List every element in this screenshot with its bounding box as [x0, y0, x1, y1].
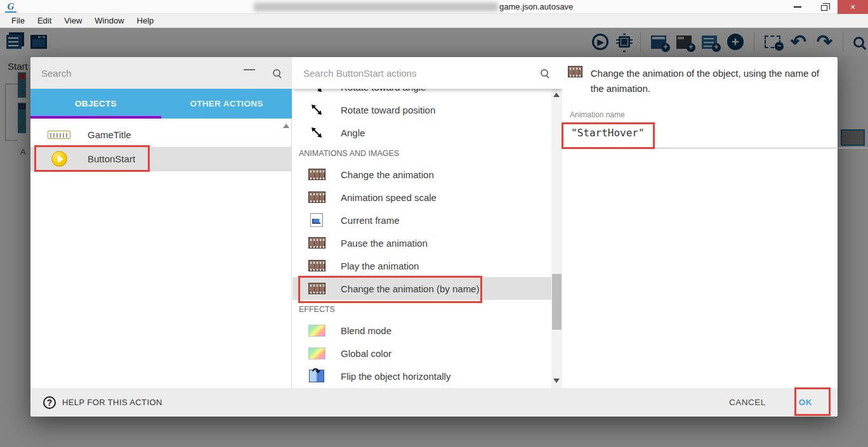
- action-editor-dialog: OBJECTS OTHER ACTIONS GameTitleButtonSta…: [30, 57, 838, 417]
- title-bar: G game.json.autosave ×: [0, 0, 868, 14]
- film-icon: [293, 237, 341, 249]
- action-label: Blend mode: [341, 325, 391, 336]
- window-controls: ×: [784, 0, 868, 14]
- minimize-icon: [794, 6, 801, 8]
- object-row-gametitle[interactable]: GameTitle: [30, 123, 292, 147]
- objects-scroll-up-arrow[interactable]: [283, 124, 289, 128]
- object-row-buttonstart[interactable]: ButtonStart: [30, 147, 292, 171]
- cancel-button[interactable]: CANCEL: [729, 398, 766, 407]
- blurred-title-path: [254, 3, 498, 11]
- scrollbar-thumb[interactable]: [552, 274, 562, 330]
- search-icon[interactable]: [541, 69, 548, 77]
- action-row[interactable]: Play the animation: [293, 254, 551, 277]
- action-row[interactable]: Animation speed scale: [293, 186, 551, 209]
- object-label: GameTitle: [88, 129, 131, 140]
- dialog-footer: ? HELP FOR THIS ACTION CANCEL OK: [30, 388, 838, 417]
- objects-list: GameTitleButtonStart: [30, 123, 292, 171]
- objects-search-input[interactable]: [30, 68, 244, 79]
- film-icon: [293, 169, 341, 180]
- action-label: Change the animation (by name): [341, 283, 479, 294]
- action-label: Current frame: [341, 215, 400, 226]
- action-label: Pause the animation: [341, 238, 428, 249]
- object-label: ButtonStart: [88, 153, 135, 164]
- window-title: game.json.autosave: [499, 2, 573, 11]
- animation-name-value[interactable]: "StartHover": [571, 127, 645, 139]
- play-button-thumbnail-icon: [30, 151, 88, 167]
- actions-search-bar: [293, 57, 562, 89]
- close-icon: ×: [850, 2, 855, 12]
- action-row[interactable]: Rotate toward position: [293, 98, 551, 121]
- menu-view[interactable]: View: [58, 15, 88, 27]
- menu-edit[interactable]: Edit: [31, 15, 58, 27]
- action-label: Global color: [341, 348, 391, 359]
- actions-panel: Rotate toward angleRotate toward positio…: [293, 57, 562, 388]
- action-label: Angle: [341, 127, 365, 138]
- film-icon: [293, 260, 341, 271]
- action-row[interactable]: Pause the animation: [293, 231, 551, 254]
- scroll-up-arrow[interactable]: [553, 93, 560, 97]
- section-header: EFFECTS: [293, 300, 551, 319]
- help-button[interactable]: ? HELP FOR THIS ACTION: [30, 396, 162, 409]
- gdevelop-logo-icon: G: [5, 1, 16, 13]
- ok-button[interactable]: OK: [791, 398, 820, 407]
- tab-objects[interactable]: OBJECTS: [30, 89, 161, 119]
- film-icon: [293, 191, 341, 203]
- objects-search-bar: [30, 57, 292, 89]
- action-label: Rotate toward position: [341, 105, 435, 115]
- filmstrip-icon: [568, 66, 582, 77]
- actions-search-input[interactable]: [293, 68, 541, 79]
- objects-tab-bar: OBJECTS OTHER ACTIONS: [30, 89, 292, 119]
- minimize-button[interactable]: [784, 0, 811, 14]
- rainbow-icon: [293, 347, 341, 360]
- film-icon: [293, 283, 341, 294]
- game-title-thumbnail-icon: [30, 131, 88, 139]
- menu-window[interactable]: Window: [88, 15, 130, 27]
- footer-buttons: CANCEL OK: [729, 398, 820, 407]
- gdevelop-window: G game.json.autosave × FileEditViewWindo…: [0, 0, 868, 447]
- flip-icon: [293, 370, 341, 382]
- action-row[interactable]: Current frame: [293, 209, 551, 231]
- action-row[interactable]: Change the animation (by name): [293, 277, 551, 300]
- action-label: Change the animation: [341, 169, 434, 180]
- action-description-row: Change the animation of the object, usin…: [568, 66, 832, 96]
- action-detail-panel: Change the animation of the object, usin…: [562, 57, 838, 388]
- restore-icon: [821, 5, 827, 11]
- filter-icon[interactable]: [244, 69, 255, 77]
- actions-list: Rotate toward angleRotate toward positio…: [293, 75, 551, 387]
- action-row[interactable]: Global color: [293, 342, 551, 365]
- actions-scrollbar[interactable]: [551, 89, 562, 388]
- action-row[interactable]: Blend mode: [293, 319, 551, 342]
- action-label: Animation speed scale: [341, 192, 437, 203]
- action-description: Change the animation of the object, usin…: [591, 66, 832, 96]
- tab-other-actions[interactable]: OTHER ACTIONS: [161, 89, 292, 119]
- search-icon[interactable]: [273, 69, 280, 77]
- action-label: Play the animation: [341, 261, 419, 271]
- frame-icon: [293, 213, 341, 227]
- input-underline: [567, 148, 868, 148]
- objects-panel: OBJECTS OTHER ACTIONS GameTitleButtonSta…: [30, 57, 292, 388]
- rotate-icon: [293, 126, 341, 139]
- action-label: Flip the object horizontally: [341, 371, 450, 382]
- action-row[interactable]: Angle: [293, 121, 551, 144]
- menu-file[interactable]: File: [5, 15, 31, 27]
- scroll-down-arrow[interactable]: [553, 379, 560, 383]
- menu-help[interactable]: Help: [131, 15, 161, 27]
- action-row[interactable]: Change the animation: [293, 163, 551, 186]
- close-button[interactable]: ×: [838, 0, 868, 14]
- help-icon: ?: [43, 396, 56, 409]
- action-row[interactable]: Flip the object horizontally: [293, 365, 551, 387]
- animation-name-label: Animation name: [570, 110, 625, 119]
- menu-bar: FileEditViewWindowHelp: [0, 14, 868, 28]
- restore-button[interactable]: [811, 0, 838, 14]
- rotate-icon: [293, 103, 341, 116]
- rainbow-icon: [293, 325, 341, 337]
- section-header: ANIMATIONS AND IMAGES: [293, 144, 551, 163]
